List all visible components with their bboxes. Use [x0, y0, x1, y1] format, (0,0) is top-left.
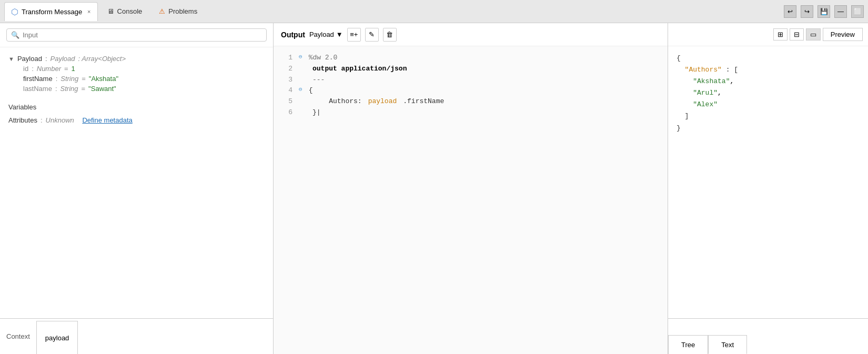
json-output-area: { "Authors" : [ "Akshata", "Arul", "Alex…	[668, 46, 868, 318]
attributes-space	[77, 116, 79, 124]
tree-root-separator: :	[45, 55, 47, 63]
json-colon: : [	[726, 66, 738, 74]
tree-tab-label: Tree	[681, 341, 695, 349]
code-editor[interactable]: 1 ⊖ %dw 2.0 2 output application/json 3 …	[274, 46, 668, 354]
tab-console-label: Console	[117, 7, 143, 15]
json-alex: "Alex"	[693, 100, 718, 108]
line-spacer-2	[299, 64, 306, 75]
split-vertical-icon: ⊞	[778, 31, 783, 38]
split-horizontal-icon: ⊟	[794, 31, 800, 38]
tree-lastname-sep: :	[55, 85, 57, 93]
define-metadata-link[interactable]: Define metadata	[82, 116, 132, 124]
tree-children: id : Number = 1 firstName : String = "Ak…	[23, 64, 265, 94]
preview-label: Preview	[831, 31, 855, 38]
line-spacer-3	[299, 75, 306, 86]
delete-toolbar-button[interactable]: 🗑	[383, 28, 397, 42]
output-label: Output	[281, 31, 305, 39]
context-label: Context	[0, 319, 36, 354]
problems-icon: ⚠	[159, 7, 165, 15]
search-icon: 🔍	[11, 31, 19, 39]
tree-id-eq: =	[64, 65, 68, 73]
line-num-2: 2	[282, 64, 292, 75]
code-close-brace: }|	[312, 107, 321, 118]
tab-console[interactable]: 🖥 Console	[100, 2, 150, 21]
payload-dropdown[interactable]: Payload ▼	[309, 31, 343, 38]
code-line-3: 3 ---	[282, 75, 659, 86]
code-line-1: 1 ⊖ %dw 2.0	[282, 53, 659, 64]
variables-label: Variables	[8, 103, 36, 111]
console-icon: 🖥	[107, 7, 114, 15]
left-panel: 🔍 ▼ Payload : Payload : Array<Object> id…	[0, 23, 274, 354]
payload-dropdown-label: Payload	[309, 31, 334, 38]
tree-firstname-sep: :	[56, 75, 58, 83]
tree-attributes[interactable]: Attributes : Unknown Define metadata	[8, 115, 265, 125]
tree-firstname-eq: =	[82, 75, 86, 83]
tree-item-lastname: lastName : String = "Sawant"	[23, 84, 265, 94]
tree-id-value: 1	[72, 65, 75, 73]
collapse-4[interactable]: ⊖	[299, 85, 302, 96]
tree-firstname-label: firstName	[23, 75, 53, 83]
context-text: Context	[6, 332, 30, 340]
full-width-button[interactable]: ▭	[806, 28, 821, 41]
tree-root-type: Payload	[51, 55, 75, 63]
tree-lastname-eq: =	[82, 85, 86, 93]
save-button[interactable]: 💾	[817, 5, 830, 18]
split-horizontal-button[interactable]: ⊟	[790, 28, 804, 41]
preview-button[interactable]: Preview	[823, 28, 863, 41]
tree-root-type-val: : Array<Object>	[78, 55, 126, 63]
code-line-5: 5 Authors: payload .firstName	[282, 96, 659, 107]
maximize-button[interactable]: ⬜	[851, 5, 864, 18]
tab-transform-label: Transform Message	[22, 8, 82, 16]
tree-item-firstname: firstName : String = "Akshata"	[23, 74, 265, 84]
tree-variables[interactable]: Variables	[8, 102, 265, 112]
tree-id-sep: :	[32, 65, 34, 73]
tree-item-id: id : Number = 1	[23, 64, 265, 74]
tree-tab[interactable]: Tree	[668, 335, 708, 354]
tree-id-label: id	[23, 65, 28, 73]
tab-close-icon[interactable]: ×	[87, 8, 90, 15]
payload-tab-label: payload	[45, 334, 69, 342]
code-separator: ---	[312, 75, 325, 86]
tree-id-type: Number	[37, 65, 61, 73]
line-num-4: 4	[282, 85, 292, 96]
text-tab[interactable]: Text	[708, 335, 747, 354]
undo-button[interactable]: ↩	[784, 5, 796, 18]
json-close-bracket: ]	[685, 112, 689, 120]
json-close-brace: }	[677, 124, 681, 132]
line-num-5: 5	[282, 96, 292, 107]
left-bottom-bar: Context payload	[0, 318, 273, 354]
attributes-sep: :	[41, 116, 43, 124]
search-bar: 🔍	[0, 23, 273, 47]
search-input[interactable]	[23, 31, 262, 39]
collapse-1[interactable]: ⊖	[299, 53, 302, 64]
search-wrap: 🔍	[6, 28, 267, 42]
redo-button[interactable]: ↪	[801, 5, 813, 18]
tree-root[interactable]: ▼ Payload : Payload : Array<Object>	[8, 54, 265, 64]
code-open-brace: {	[309, 85, 313, 96]
edit-toolbar-button[interactable]: ✎	[365, 28, 379, 42]
json-arul: "Arul"	[693, 89, 718, 97]
json-akshata: "Akshata"	[693, 77, 730, 85]
code-line-4: 4 ⊖ {	[282, 85, 659, 96]
main-content: 🔍 ▼ Payload : Payload : Array<Object> id…	[0, 23, 868, 354]
attributes-type: Unknown	[46, 116, 74, 124]
window-controls: ↩ ↪ 💾 — ⬜	[784, 5, 864, 18]
tab-problems-label: Problems	[168, 7, 197, 15]
code-authors-key: Authors:	[312, 96, 362, 107]
tab-problems[interactable]: ⚠ Problems	[152, 2, 205, 21]
code-payload-ref: payload	[368, 96, 397, 107]
payload-tab[interactable]: payload	[36, 321, 78, 354]
split-vertical-button[interactable]: ⊞	[773, 28, 788, 41]
tree-lastname-label: lastName	[23, 85, 52, 93]
line-num-6: 6	[282, 107, 292, 118]
code-output: output application/json	[312, 64, 407, 75]
code-firstname-ref: .firstName	[403, 96, 444, 107]
middle-panel: Output Payload ▼ ≡+ ✎ 🗑 1 ⊖ %dw 2.0 2 ou…	[274, 23, 668, 354]
tree-root-label: Payload	[17, 55, 42, 63]
minimize-button[interactable]: —	[834, 5, 847, 18]
tab-transform-message[interactable]: ⬡ Transform Message ×	[4, 2, 98, 21]
tree-firstname-type: String	[60, 75, 78, 83]
code-line-6: 6 }|	[282, 107, 659, 118]
dropdown-arrow-icon: ▼	[336, 31, 343, 38]
add-toolbar-button[interactable]: ≡+	[347, 28, 361, 42]
